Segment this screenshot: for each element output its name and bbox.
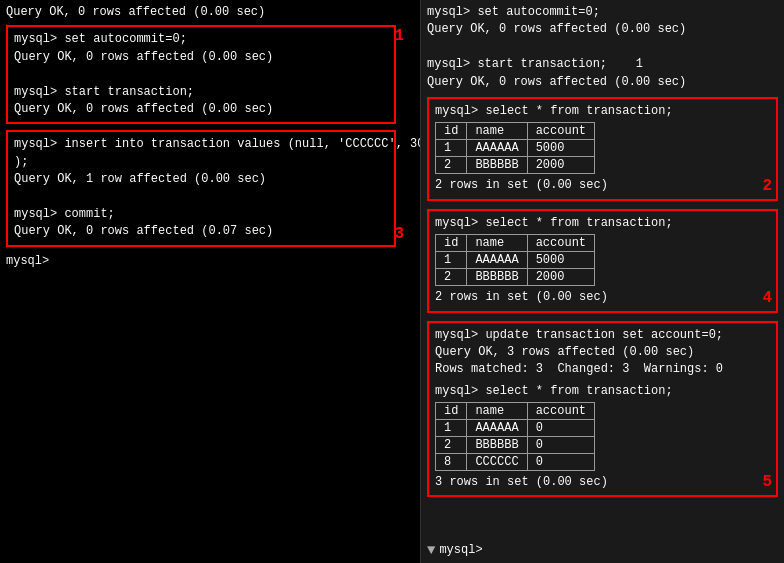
right-terminal: mysql> set autocommit=0; Query OK, 0 row… — [420, 0, 784, 563]
section5-line2: Query OK, 3 rows affected (0.00 sec) — [435, 344, 770, 361]
right-bottom-prompt: mysql> — [439, 542, 482, 559]
section2-query: mysql> select * from transaction; — [435, 103, 770, 120]
table-row: 8 CCCCCC 0 — [436, 454, 595, 471]
section5-col-name: name — [467, 403, 527, 420]
left-box3-text: mysql> insert into transaction values (n… — [14, 136, 388, 240]
section-number-4: 4 — [762, 289, 772, 307]
section4-col-name: name — [467, 235, 527, 252]
section5-line3: Rows matched: 3 Changed: 3 Warnings: 0 — [435, 361, 770, 378]
section5-col-account: account — [527, 403, 594, 420]
section4-table: id name account 1 AAAAAA 5000 2 BBBBBB 2… — [435, 234, 595, 286]
section-number-5: 5 — [762, 473, 772, 491]
right-top-lines: mysql> set autocommit=0; Query OK, 0 row… — [427, 4, 778, 91]
section2-col-name: name — [467, 123, 527, 140]
left-bottom-prompt: mysql> — [6, 253, 414, 270]
right-section-4: mysql> select * from transaction; id nam… — [427, 209, 778, 313]
section5-col-id: id — [436, 403, 467, 420]
section2-table: id name account 1 AAAAAA 5000 2 BBBBBB 2… — [435, 122, 595, 174]
table-row: 2 BBBBBB 2000 — [436, 157, 595, 174]
section5-table: id name account 1 AAAAAA 0 2 BBBBBB 0 8 … — [435, 402, 595, 471]
left-box1-text: mysql> set autocommit=0; Query OK, 0 row… — [14, 31, 388, 118]
section5-line1: mysql> update transaction set account=0; — [435, 327, 770, 344]
section4-col-account: account — [527, 235, 594, 252]
section-number-1-left: 1 — [394, 27, 404, 45]
right-section-2: mysql> select * from transaction; id nam… — [427, 97, 778, 201]
table-row: 2 BBBBBB 2000 — [436, 269, 595, 286]
table-row: 1 AAAAAA 5000 — [436, 252, 595, 269]
section4-footer: 2 rows in set (0.00 sec) — [435, 289, 770, 306]
table-row: 2 BBBBBB 0 — [436, 437, 595, 454]
section5-query: mysql> select * from transaction; — [435, 383, 770, 400]
section2-col-id: id — [436, 123, 467, 140]
table-row: 1 AAAAAA 5000 — [436, 140, 595, 157]
table-row: 1 AAAAAA 0 — [436, 420, 595, 437]
section4-col-id: id — [436, 235, 467, 252]
section5-footer: 3 rows in set (0.00 sec) — [435, 474, 770, 491]
right-section-5: mysql> update transaction set account=0;… — [427, 321, 778, 498]
section2-col-account: account — [527, 123, 594, 140]
section4-query: mysql> select * from transaction; — [435, 215, 770, 232]
left-top-line: Query OK, 0 rows affected (0.00 sec) — [6, 4, 414, 21]
section-number-2: 2 — [762, 177, 772, 195]
section-number-3: 3 — [394, 225, 404, 243]
section2-footer: 2 rows in set (0.00 sec) — [435, 177, 770, 194]
left-terminal: Query OK, 0 rows affected (0.00 sec) mys… — [0, 0, 420, 563]
scroll-arrow-icon: ▼ — [427, 542, 435, 558]
